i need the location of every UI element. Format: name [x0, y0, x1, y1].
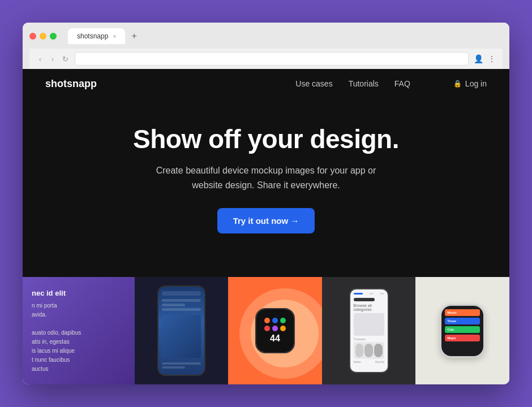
tab-bar: shotsnapp × +: [68, 28, 503, 44]
lock-icon: 🔒: [453, 80, 462, 88]
back-button[interactable]: ‹: [35, 54, 45, 64]
traffic-lights: [29, 33, 57, 40]
gallery-item-5: Music Timer Calc Maps: [415, 277, 509, 384]
hero-subtitle: Create beautiful device mockup images fo…: [141, 163, 391, 192]
traffic-light-green[interactable]: [50, 33, 57, 40]
watch-app-row-2: Timer: [445, 318, 480, 324]
watch-dot-1: [264, 318, 270, 323]
website-content: shotsnapp Use cases Tutorials FAQ 🔒 Log …: [23, 69, 509, 384]
login-label: Log in: [465, 79, 487, 88]
apple-watch-mockup: Music Timer Calc Maps: [440, 304, 485, 358]
watch-dot-2: [272, 318, 278, 323]
gallery-item-2: [135, 277, 229, 384]
gallery-1-title: nec id elit: [32, 288, 81, 299]
site-navigation: shotsnapp Use cases Tutorials FAQ 🔒 Log …: [23, 69, 509, 98]
browser-toolbar: ‹ › ↻ 👤 ⋮: [29, 49, 503, 69]
gallery-strip: nec id elit n mi portaavida.auato odio, …: [23, 277, 509, 384]
watch-mockup-orange: 44: [255, 308, 295, 353]
gallery-item-4: Browse all categories Trainers Italian R…: [322, 277, 416, 384]
cta-button[interactable]: Try it out now →: [217, 208, 315, 233]
browser-chrome: shotsnapp × + ‹ › ↻ 👤 ⋮: [23, 23, 509, 69]
reload-button[interactable]: ↻: [60, 54, 70, 64]
nav-use-cases[interactable]: Use cases: [295, 79, 332, 88]
hero-section: Show off your design. Create beautiful d…: [23, 98, 509, 277]
gallery-1-text: n mi portaavida.auato odio, dapibusatis …: [32, 301, 81, 374]
watch-dot-3: [280, 318, 286, 323]
watch-app-row-1: Music: [445, 309, 480, 316]
watch-app-row-3: Calc: [445, 326, 480, 333]
gallery-item-3: 44: [228, 277, 322, 384]
nav-tutorials[interactable]: Tutorials: [349, 79, 379, 88]
app-phone-main: Browse all categories Trainers Italian R…: [349, 288, 389, 373]
watch-dot-5: [272, 326, 278, 331]
nav-faq[interactable]: FAQ: [394, 79, 410, 88]
watch-number: 44: [270, 334, 280, 344]
hero-title: Show off your design.: [133, 125, 399, 154]
forward-button[interactable]: ›: [48, 54, 58, 64]
phone-mockup-1: [157, 285, 205, 376]
profile-icon[interactable]: 👤: [473, 54, 483, 64]
menu-icon[interactable]: ⋮: [487, 54, 497, 64]
watch-dot-4: [264, 326, 270, 331]
address-bar[interactable]: [75, 52, 469, 66]
site-logo[interactable]: shotsnapp: [45, 78, 97, 90]
tab-title: shotsnapp: [77, 32, 108, 40]
traffic-light-yellow[interactable]: [40, 33, 46, 40]
watch-dot-6: [280, 326, 286, 331]
active-tab[interactable]: shotsnapp ×: [68, 28, 125, 44]
tab-close-icon[interactable]: ×: [113, 33, 116, 40]
traffic-light-red[interactable]: [29, 33, 36, 40]
nav-login[interactable]: 🔒 Log in: [453, 79, 487, 88]
new-tab-button[interactable]: +: [128, 31, 140, 42]
gallery-item-1: nec id elit n mi portaavida.auato odio, …: [23, 277, 135, 384]
watch-app-row-4: Maps: [445, 335, 480, 341]
browser-window: shotsnapp × + ‹ › ↻ 👤 ⋮ shotsnapp: [23, 23, 509, 384]
nav-links: Use cases Tutorials FAQ 🔒 Log in: [295, 79, 487, 88]
